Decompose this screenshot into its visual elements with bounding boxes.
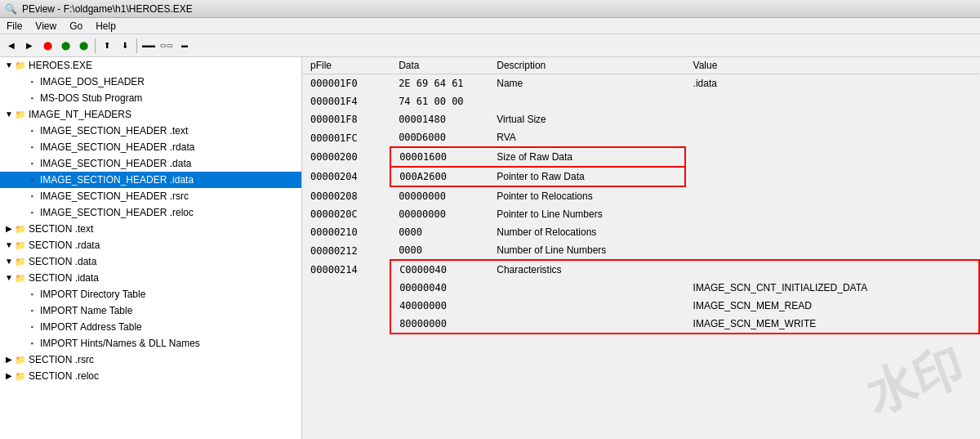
stop-button[interactable]: ⬤ [39, 38, 56, 54]
data-table: pFile Data Description Value 000001F02E … [302, 57, 980, 334]
item-icon: ▪ [26, 141, 38, 153]
toolbar-sep-1 [95, 38, 96, 53]
tree-item-section-reloc[interactable]: ▶📁SECTION .reloc [0, 368, 301, 384]
tree-item-image-section-rdata[interactable]: ▪IMAGE_SECTION_HEADER .rdata [0, 139, 301, 155]
tree-item-import-dir-table[interactable]: ▪IMPORT Directory Table [0, 286, 301, 302]
cell-data: 2E 69 64 61 [390, 74, 488, 93]
tree-item-import-name-table[interactable]: ▪IMPORT Name Table [0, 302, 301, 319]
cell-data: 00001600 [390, 147, 488, 167]
forward-button[interactable]: ▶ [21, 38, 38, 54]
menu-file[interactable]: File [0, 19, 29, 34]
table-row[interactable]: 0000020000001600Size of Raw Data [302, 147, 979, 167]
expander-section-rsrc[interactable]: ▶ [3, 352, 15, 367]
cell-pfile: 00000208 [302, 186, 390, 205]
table-row[interactable]: 000002100000Number of Relocations [302, 223, 979, 241]
tree-item-image-dos-header[interactable]: ▪IMAGE_DOS_HEADER [0, 74, 301, 90]
tree-item-image-section-data[interactable]: ▪IMAGE_SECTION_HEADER .data [0, 155, 301, 172]
table-row[interactable]: 0000020800000000Pointer to Relocations [302, 186, 979, 205]
tree-item-label: IMAGE_NT_HEADERS [29, 107, 131, 122]
folder-icon: 📁 [15, 370, 26, 382]
tree-item-image-nt-headers[interactable]: ▼📁IMAGE_NT_HEADERS [0, 106, 301, 123]
tree-item-label: MS-DOS Stub Program [40, 91, 142, 105]
cell-pfile: 000001FC [302, 128, 390, 147]
tree-item-section-rsrc[interactable]: ▶📁SECTION .rsrc [0, 352, 301, 368]
cell-pfile [302, 297, 390, 315]
table-row[interactable]: 80000000IMAGE_SCN_MEM_WRITE [302, 315, 979, 334]
view-btn-3[interactable]: ▬ [176, 38, 193, 54]
table-row[interactable]: 00000204000A2600Pointer to Raw Data [302, 167, 979, 186]
cell-description [488, 92, 684, 110]
expander-section-text[interactable]: ▶ [3, 222, 15, 236]
cell-pfile: 00000212 [302, 241, 390, 260]
cell-description: Number of Line Numbers [488, 241, 684, 260]
expander-section-rdata[interactable]: ▼ [3, 238, 15, 253]
tree-item-section-data[interactable]: ▼📁SECTION .data [0, 253, 301, 270]
table-row[interactable]: 40000000IMAGE_SCN_MEM_READ [302, 297, 979, 315]
view-btn-2[interactable]: ▭▭ [158, 38, 175, 54]
title-bar: 🔍 PEview - F:\oldgame\h1\HEROES.EXE [0, 0, 980, 18]
tree-item-section-text[interactable]: ▶📁SECTION .text [0, 221, 301, 237]
cell-pfile: 00000200 [302, 147, 390, 167]
tree-item-label: SECTION .data [29, 254, 96, 269]
cell-description: Name [488, 74, 684, 93]
menu-view[interactable]: View [29, 19, 63, 34]
table-row[interactable]: 000001FC000D6000RVA [302, 128, 979, 147]
back-button[interactable]: ◀ [3, 38, 20, 54]
cell-pfile: 00000214 [302, 260, 390, 279]
tree-item-label: IMAGE_SECTION_HEADER .idata [40, 172, 194, 187]
table-row[interactable]: 00000214C0000040Characteristics [302, 260, 979, 279]
tree-item-ms-dos-stub[interactable]: ▪MS-DOS Stub Program [0, 90, 301, 106]
tree-item-label: SECTION .rdata [29, 238, 100, 253]
tree-item-label: SECTION .reloc [29, 369, 99, 383]
tree-item-import-address-table[interactable]: ▪IMPORT Address Table [0, 319, 301, 335]
menu-go[interactable]: Go [63, 19, 89, 34]
table-row[interactable]: 000002120000Number of Line Numbers [302, 241, 979, 260]
col-header-data: Data [390, 57, 488, 74]
tree-item-section-idata[interactable]: ▼📁SECTION .idata [0, 270, 301, 286]
cell-value [685, 260, 979, 279]
view-btn-1[interactable]: ▬▬ [140, 38, 157, 54]
cell-value [685, 241, 979, 260]
tree-item-label: HEROES.EXE [29, 58, 92, 73]
expander-heroes-exe[interactable]: ▼ [3, 58, 15, 73]
expander-section-idata[interactable]: ▼ [3, 271, 15, 285]
tree-item-label: SECTION .idata [29, 271, 99, 285]
folder-icon: 📁 [15, 240, 26, 251]
expander-section-reloc[interactable]: ▶ [3, 369, 15, 383]
table-row[interactable]: 00000040IMAGE_SCN_CNT_INITIALIZED_DATA [302, 279, 979, 297]
tree-item-section-rdata[interactable]: ▼📁SECTION .rdata [0, 237, 301, 253]
tree-item-image-section-text[interactable]: ▪IMAGE_SECTION_HEADER .text [0, 123, 301, 139]
tree-item-image-section-idata[interactable]: ▪IMAGE_SECTION_HEADER .idata [0, 172, 301, 188]
cell-pfile: 00000204 [302, 167, 390, 186]
cell-data: 00001480 [390, 110, 488, 128]
refresh-button[interactable]: ⬤ [57, 38, 74, 54]
cell-value [685, 167, 979, 186]
expander-section-data[interactable]: ▼ [3, 254, 15, 269]
folder-icon: 📁 [15, 354, 26, 365]
toolbar-nav-2[interactable]: ⬇ [117, 38, 133, 54]
table-row[interactable]: 000001F474 61 00 00 [302, 92, 979, 110]
cell-pfile: 000001F4 [302, 92, 390, 110]
table-row[interactable]: 000001F800001480Virtual Size [302, 110, 979, 128]
tree-item-label: IMAGE_SECTION_HEADER .rdata [40, 140, 194, 155]
col-header-value: Value [685, 57, 979, 74]
item-icon: ▪ [26, 321, 38, 333]
tree-item-import-hints[interactable]: ▪IMPORT Hints/Names & DLL Names [0, 335, 301, 352]
toolbar: ◀ ▶ ⬤ ⬤ ⬤ ⬆ ⬇ ▬▬ ▭▭ ▬ [0, 34, 980, 57]
table-row[interactable]: 0000020C00000000Pointer to Line Numbers [302, 205, 979, 223]
tree-item-label: SECTION .text [29, 222, 93, 236]
tree-item-label: IMAGE_SECTION_HEADER .reloc [40, 205, 194, 220]
cell-value [685, 205, 979, 223]
cell-pfile [302, 315, 390, 334]
cell-value: IMAGE_SCN_MEM_READ [685, 297, 979, 315]
table-row[interactable]: 000001F02E 69 64 61Name.idata [302, 74, 979, 93]
menu-help[interactable]: Help [89, 19, 122, 34]
tree-item-image-section-reloc[interactable]: ▪IMAGE_SECTION_HEADER .reloc [0, 204, 301, 221]
toolbar-nav-1[interactable]: ⬆ [99, 38, 115, 54]
home-button[interactable]: ⬤ [75, 38, 91, 54]
tree-item-image-section-rsrc[interactable]: ▪IMAGE_SECTION_HEADER .rsrc [0, 188, 301, 204]
cell-value: IMAGE_SCN_MEM_WRITE [685, 315, 979, 334]
item-icon: ▪ [26, 158, 38, 169]
expander-image-nt-headers[interactable]: ▼ [3, 107, 15, 122]
tree-item-heroes-exe[interactable]: ▼📁HEROES.EXE [0, 57, 301, 74]
